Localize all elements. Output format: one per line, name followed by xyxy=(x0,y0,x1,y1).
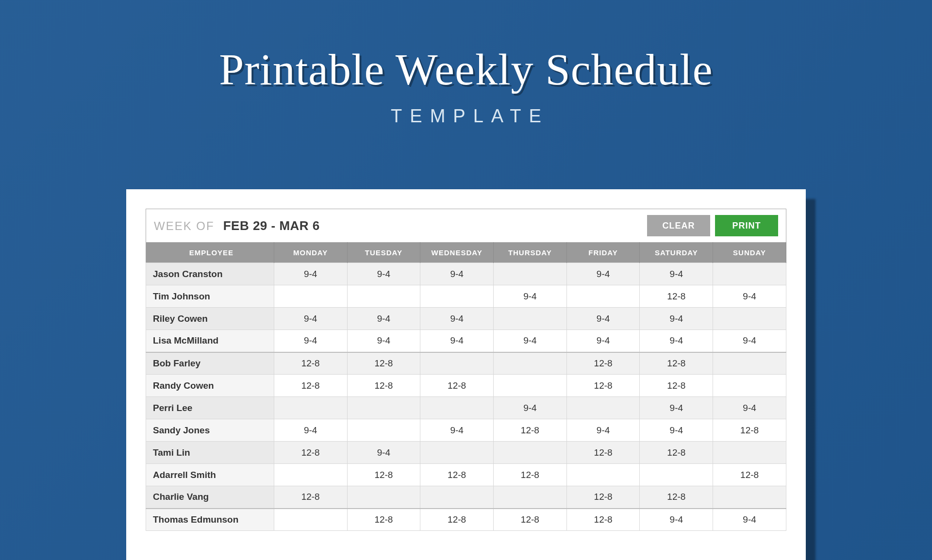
shift-cell xyxy=(420,397,494,419)
table-row: Adarrell Smith12-812-812-812-8 xyxy=(146,464,786,486)
shift-cell xyxy=(494,442,567,464)
schedule-sheet: WEEK OF FEB 29 - MAR 6 CLEAR PRINT EMPLO… xyxy=(126,189,806,560)
hero: Printable Weekly Schedule TEMPLATE xyxy=(0,0,932,127)
shift-cell xyxy=(713,263,786,285)
shift-cell xyxy=(347,486,420,509)
shift-cell: 12-8 xyxy=(274,486,347,509)
header-day-monday: MONDAY xyxy=(274,243,347,263)
shift-cell: 9-4 xyxy=(640,397,713,419)
shift-cell: 12-8 xyxy=(640,352,713,375)
employee-name-cell: Riley Cowen xyxy=(146,308,274,330)
shift-cell: 9-4 xyxy=(274,308,347,330)
header-day-friday: FRIDAY xyxy=(566,243,640,263)
shift-cell xyxy=(347,419,420,442)
shift-cell: 9-4 xyxy=(640,263,713,285)
shift-cell: 9-4 xyxy=(713,285,786,308)
shift-cell: 9-4 xyxy=(420,308,494,330)
table-row: Tami Lin12-89-412-812-8 xyxy=(146,442,786,464)
shift-cell xyxy=(274,509,347,531)
shift-cell: 12-8 xyxy=(566,442,640,464)
shift-cell xyxy=(713,486,786,509)
shift-cell: 9-4 xyxy=(347,263,420,285)
shift-cell: 9-4 xyxy=(274,330,347,352)
schedule-table: EMPLOYEE MONDAY TUESDAY WEDNESDAY THURSD… xyxy=(146,242,786,531)
schedule-table-body: Jason Cranston9-49-49-49-49-4Tim Johnson… xyxy=(146,263,786,531)
employee-name-cell: Randy Cowen xyxy=(146,375,274,397)
shift-cell xyxy=(566,397,640,419)
shift-cell: 9-4 xyxy=(347,442,420,464)
table-row: Riley Cowen9-49-49-49-49-4 xyxy=(146,308,786,330)
week-range: FEB 29 - MAR 6 xyxy=(223,218,320,233)
table-row: Randy Cowen12-812-812-812-812-8 xyxy=(146,375,786,397)
shift-cell: 9-4 xyxy=(640,509,713,531)
shift-cell: 12-8 xyxy=(494,464,567,486)
shift-cell: 9-4 xyxy=(274,263,347,285)
shift-cell: 9-4 xyxy=(494,330,567,352)
shift-cell xyxy=(347,285,420,308)
table-row: Perri Lee9-49-49-4 xyxy=(146,397,786,419)
shift-cell xyxy=(347,397,420,419)
table-row: Charlie Vang12-812-812-8 xyxy=(146,486,786,509)
shift-cell xyxy=(274,285,347,308)
shift-cell: 9-4 xyxy=(566,330,640,352)
print-button[interactable]: PRINT xyxy=(715,215,778,236)
shift-cell: 12-8 xyxy=(420,464,494,486)
shift-cell: 12-8 xyxy=(640,375,713,397)
table-row: Lisa McMilland9-49-49-49-49-49-49-4 xyxy=(146,330,786,352)
shift-cell: 12-8 xyxy=(494,419,567,442)
header-day-tuesday: TUESDAY xyxy=(347,243,420,263)
clear-button[interactable]: CLEAR xyxy=(647,215,710,236)
header-day-thursday: THURSDAY xyxy=(494,243,567,263)
shift-cell: 9-4 xyxy=(713,330,786,352)
shift-cell: 9-4 xyxy=(566,308,640,330)
shift-cell xyxy=(494,375,567,397)
shift-cell xyxy=(494,352,567,375)
shift-cell: 9-4 xyxy=(420,330,494,352)
shift-cell xyxy=(274,464,347,486)
table-row: Thomas Edmunson12-812-812-812-89-49-4 xyxy=(146,509,786,531)
employee-name-cell: Sandy Jones xyxy=(146,419,274,442)
shift-cell xyxy=(274,397,347,419)
shift-cell xyxy=(494,486,567,509)
shift-cell: 12-8 xyxy=(566,375,640,397)
employee-name-cell: Perri Lee xyxy=(146,397,274,419)
employee-name-cell: Thomas Edmunson xyxy=(146,509,274,531)
shift-cell: 12-8 xyxy=(420,509,494,531)
shift-cell: 12-8 xyxy=(640,486,713,509)
shift-cell: 9-4 xyxy=(713,397,786,419)
table-row: Jason Cranston9-49-49-49-49-4 xyxy=(146,263,786,285)
toolbar: WEEK OF FEB 29 - MAR 6 CLEAR PRINT xyxy=(146,209,786,242)
employee-name-cell: Tim Johnson xyxy=(146,285,274,308)
shift-cell: 9-4 xyxy=(420,419,494,442)
shift-cell: 9-4 xyxy=(640,330,713,352)
shift-cell: 12-8 xyxy=(566,352,640,375)
shift-cell: 12-8 xyxy=(640,285,713,308)
header-day-sunday: SUNDAY xyxy=(713,243,786,263)
header-day-wednesday: WEDNESDAY xyxy=(420,243,494,263)
employee-name-cell: Lisa McMilland xyxy=(146,330,274,352)
schedule-table-head: EMPLOYEE MONDAY TUESDAY WEDNESDAY THURSD… xyxy=(146,243,786,263)
shift-cell xyxy=(494,263,567,285)
toolbar-left: WEEK OF FEB 29 - MAR 6 xyxy=(154,218,320,233)
shift-cell xyxy=(566,464,640,486)
header-employee: EMPLOYEE xyxy=(146,243,274,263)
shift-cell: 12-8 xyxy=(347,509,420,531)
table-row: Sandy Jones9-49-412-89-49-412-8 xyxy=(146,419,786,442)
shift-cell: 12-8 xyxy=(420,375,494,397)
employee-name-cell: Adarrell Smith xyxy=(146,464,274,486)
shift-cell: 12-8 xyxy=(640,442,713,464)
shift-cell xyxy=(420,352,494,375)
shift-cell: 12-8 xyxy=(274,442,347,464)
shift-cell: 9-4 xyxy=(566,419,640,442)
shift-cell xyxy=(420,486,494,509)
shift-cell: 12-8 xyxy=(566,486,640,509)
employee-name-cell: Bob Farley xyxy=(146,352,274,375)
shift-cell: 12-8 xyxy=(347,352,420,375)
employee-name-cell: Jason Cranston xyxy=(146,263,274,285)
table-row: Tim Johnson9-412-89-4 xyxy=(146,285,786,308)
employee-name-cell: Charlie Vang xyxy=(146,486,274,509)
shift-cell: 9-4 xyxy=(640,419,713,442)
shift-cell xyxy=(713,308,786,330)
shift-cell: 9-4 xyxy=(713,509,786,531)
shift-cell: 9-4 xyxy=(420,263,494,285)
